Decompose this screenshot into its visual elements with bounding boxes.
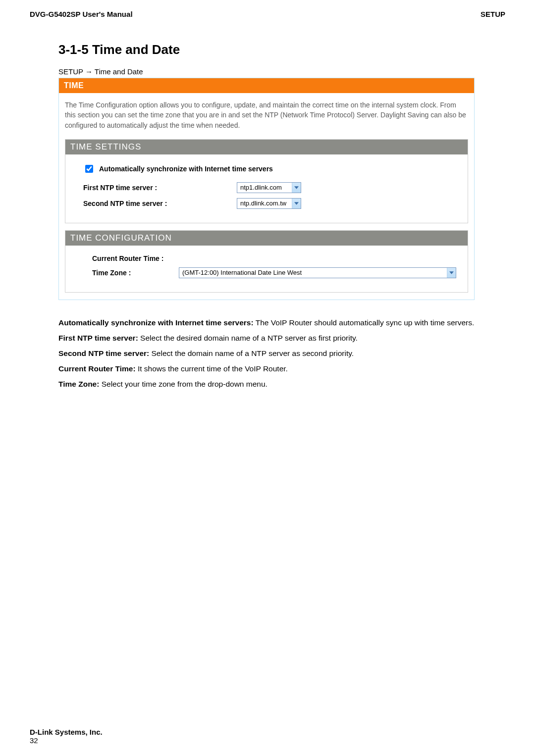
time-settings-title: TIME SETTINGS [65, 140, 468, 154]
p5-rest: Select your time zone from the drop-down… [99, 380, 267, 388]
p2-bold: First NTP time server: [58, 334, 138, 342]
second-ntp-select[interactable]: ntp.dlink.com.tw [237, 198, 301, 209]
panel-description: The Time Configuration option allows you… [59, 93, 474, 139]
p5-bold: Time Zone: [58, 380, 99, 388]
manual-title: DVG-G5402SP User's Manual [30, 10, 133, 18]
section-label: SETUP [481, 10, 505, 18]
auto-sync-label: Automatically synchronize with Internet … [99, 165, 273, 173]
p1-bold: Automatically synchronize with Internet … [58, 318, 254, 327]
p4-rest: It shows the current time of the VoIP Ro… [136, 364, 288, 373]
chevron-down-icon [447, 268, 456, 278]
time-settings-subpanel: TIME SETTINGS Automatically synchronize … [65, 139, 468, 223]
p3-rest: Select the domain name of a NTP server a… [149, 349, 354, 357]
page-header: DVG-G5402SP User's Manual SETUP [30, 10, 505, 22]
time-zone-label: Time Zone : [92, 269, 179, 277]
first-ntp-label: First NTP time server : [83, 184, 237, 192]
chevron-down-icon [292, 183, 301, 193]
time-config-title: TIME CONFIGURATION [65, 231, 468, 246]
second-ntp-value: ntp.dlink.com.tw [237, 199, 292, 208]
p3-bold: Second NTP time server: [58, 349, 149, 357]
body-text: Automatically synchronize with Internet … [58, 318, 504, 390]
auto-sync-checkbox[interactable] [85, 165, 93, 173]
second-ntp-label: Second NTP time server : [83, 200, 237, 207]
time-zone-select[interactable]: (GMT-12:00) International Date Line West [179, 267, 456, 278]
chevron-down-icon [292, 199, 301, 208]
p2-rest: Select the desired domain name of a NTP … [138, 334, 358, 342]
panel-title: TIME [59, 78, 474, 93]
time-panel: TIME The Time Configuration option allow… [58, 78, 475, 300]
current-router-time-label: Current Router Time : [92, 254, 163, 262]
time-zone-value: (GMT-12:00) International Date Line West [179, 268, 447, 278]
first-ntp-value: ntp1.dlink.com [237, 183, 292, 193]
p4-bold: Current Router Time: [58, 364, 136, 373]
breadcrumb: SETUP → Time and Date [58, 67, 505, 76]
p1-rest: The VoIP Router should automatically syn… [254, 318, 475, 327]
first-ntp-select[interactable]: ntp1.dlink.com [237, 182, 301, 193]
time-configuration-subpanel: TIME CONFIGURATION Current Router Time :… [65, 230, 468, 293]
section-heading: 3-1-5 Time and Date [58, 42, 505, 57]
